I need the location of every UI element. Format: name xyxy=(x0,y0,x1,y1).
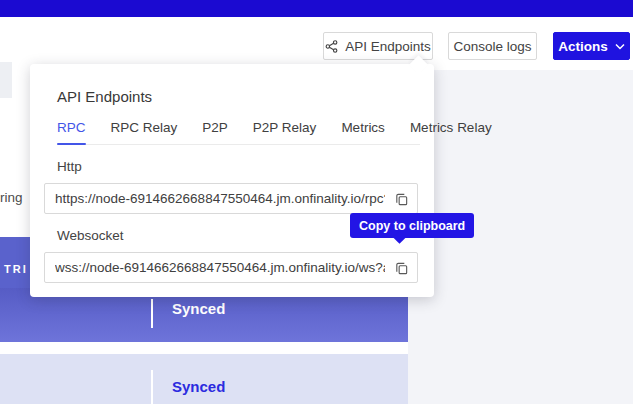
chevron-down-icon xyxy=(615,43,625,50)
http-copy-button[interactable] xyxy=(390,188,412,210)
actions-button[interactable]: Actions xyxy=(553,32,630,60)
tab-metrics[interactable]: Metrics xyxy=(341,120,385,144)
row-column-divider xyxy=(151,299,153,328)
background-text-fragment: ring xyxy=(0,190,23,205)
console-logs-button[interactable]: Console logs xyxy=(448,32,537,60)
copy-icon xyxy=(394,192,409,207)
actions-button-label: Actions xyxy=(558,39,608,54)
websocket-copy-button[interactable] xyxy=(390,257,412,279)
http-endpoint-input[interactable] xyxy=(44,183,418,214)
console-logs-button-label: Console logs xyxy=(453,39,531,54)
http-field-label: Http xyxy=(57,159,412,174)
top-navigation-bar xyxy=(0,0,633,17)
tab-p2p-relay[interactable]: P2P Relay xyxy=(253,120,317,144)
websocket-endpoint-input[interactable] xyxy=(44,252,418,283)
popover-title: API Endpoints xyxy=(57,88,412,105)
tab-rpc-relay[interactable]: RPC Relay xyxy=(111,120,178,144)
endpoint-tabs: RPC RPC Relay P2P P2P Relay Metrics Metr… xyxy=(57,120,420,145)
status-badge: Synced xyxy=(172,300,225,317)
status-link[interactable]: Synced xyxy=(172,378,225,395)
copy-icon xyxy=(394,261,409,276)
tab-metrics-relay[interactable]: Metrics Relay xyxy=(410,120,492,144)
websocket-field xyxy=(44,252,418,283)
share-icon xyxy=(325,40,338,53)
copy-tooltip-label: Copy to clipboard xyxy=(359,219,465,233)
tab-p2p[interactable]: P2P xyxy=(202,120,228,144)
api-endpoints-button-label: API Endpoints xyxy=(345,39,431,54)
table-header-fragment: TRI xyxy=(4,263,28,275)
page-header: API Endpoints Console logs Actions xyxy=(0,17,633,70)
http-field xyxy=(44,183,418,214)
row-column-divider xyxy=(151,370,153,404)
background-gray-block xyxy=(0,62,12,98)
copy-tooltip: Copy to clipboard xyxy=(350,213,474,238)
tab-rpc[interactable]: RPC xyxy=(57,120,86,144)
table-row[interactable]: Synced xyxy=(0,354,408,404)
api-endpoints-popover: API Endpoints RPC RPC Relay P2P P2P Rela… xyxy=(30,64,434,297)
